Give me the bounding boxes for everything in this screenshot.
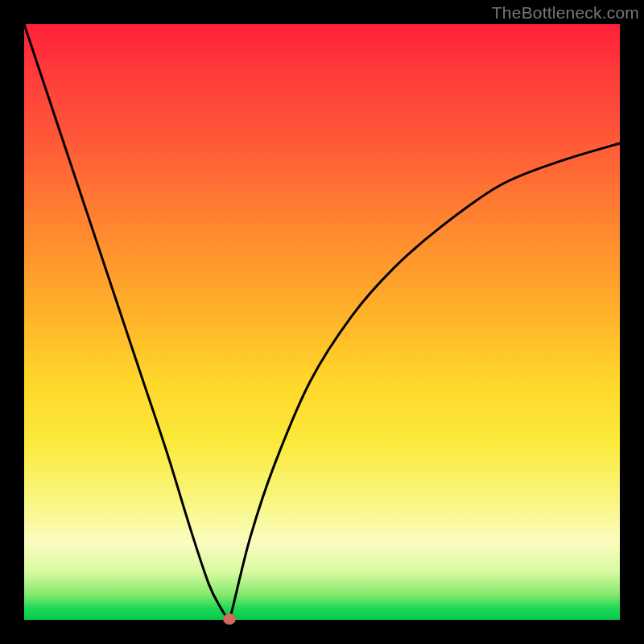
curve-path <box>24 24 620 621</box>
chart-frame: TheBottleneck.com <box>0 0 644 644</box>
bottleneck-curve <box>24 24 620 620</box>
optimum-marker <box>223 613 236 625</box>
watermark-text: TheBottleneck.com <box>492 3 639 23</box>
plot-area <box>24 24 620 620</box>
